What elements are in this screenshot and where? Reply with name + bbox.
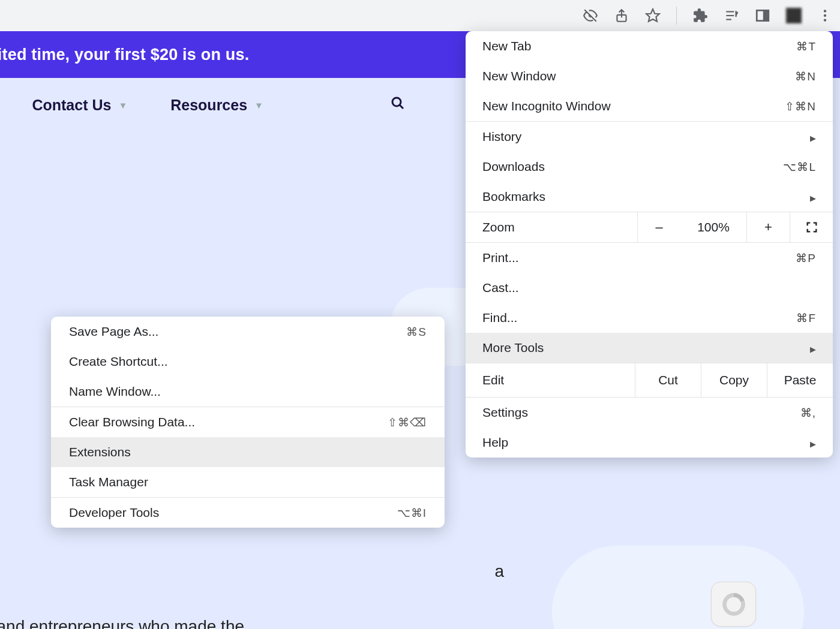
menu-downloads[interactable]: Downloads⌥⌘L <box>466 152 833 182</box>
shortcut: ⌥⌘I <box>397 506 427 520</box>
shortcut: ⌘F <box>796 311 816 325</box>
shortcut: ⌘S <box>406 325 427 339</box>
menu-history[interactable]: History <box>466 122 833 152</box>
zoom-out-button[interactable]: – <box>637 212 680 242</box>
edit-paste-button[interactable]: Paste <box>767 363 833 397</box>
progress-widget[interactable] <box>711 582 756 627</box>
zoom-value: 100% <box>680 220 746 234</box>
menu-new-tab[interactable]: New Tab⌘T <box>466 31 833 61</box>
submenu-clear-browsing-data[interactable]: Clear Browsing Data...⇧⌘⌫ <box>51 407 445 437</box>
menu-find[interactable]: Find...⌘F <box>466 303 833 333</box>
edit-cut-button[interactable]: Cut <box>635 363 701 397</box>
menu-settings[interactable]: Settings⌘, <box>466 398 833 428</box>
svg-point-8 <box>824 14 826 17</box>
menu-incognito[interactable]: New Incognito Window⇧⌘N <box>466 91 833 121</box>
menu-zoom: Zoom – 100% + <box>466 212 833 243</box>
nav-item-contact[interactable]: Contact Us▼ <box>32 97 127 114</box>
profile-avatar[interactable] <box>786 8 802 23</box>
chrome-overflow-menu: New Tab⌘T New Window⌘N New Incognito Win… <box>466 31 833 458</box>
shortcut: ⇧⌘⌫ <box>388 416 427 429</box>
menu-print[interactable]: Print...⌘P <box>466 243 833 273</box>
shortcut: ⌥⌘L <box>783 160 816 174</box>
chevron-down-icon: ▼ <box>118 100 127 110</box>
menu-help[interactable]: Help <box>466 428 833 458</box>
svg-line-11 <box>400 105 403 109</box>
shortcut: ⌘N <box>795 70 816 83</box>
extensions-icon[interactable] <box>692 8 708 23</box>
search-icon[interactable] <box>391 96 405 114</box>
submenu-arrow-icon <box>810 130 816 144</box>
chevron-down-icon: ▼ <box>254 100 263 110</box>
more-icon[interactable] <box>817 8 833 23</box>
side-panel-icon[interactable] <box>755 8 770 23</box>
share-icon[interactable] <box>614 8 629 23</box>
browser-toolbar <box>0 0 840 31</box>
submenu-extensions[interactable]: Extensions <box>51 437 445 467</box>
more-tools-submenu: Save Page As...⌘S Create Shortcut... Nam… <box>51 317 445 528</box>
submenu-developer-tools[interactable]: Developer Tools⌥⌘I <box>51 498 445 528</box>
promo-text: n App Hosting. For a limited time, your … <box>0 46 249 64</box>
shortcut: ⌘P <box>796 251 816 265</box>
menu-bookmarks[interactable]: Bookmarks <box>466 182 833 212</box>
zoom-in-button[interactable]: + <box>746 212 790 242</box>
hero-body: e, online a rastruc 55,000+ developers a… <box>0 558 504 629</box>
edit-copy-button[interactable]: Copy <box>701 363 767 397</box>
submenu-name-window[interactable]: Name Window... <box>51 377 445 407</box>
menu-cast[interactable]: Cast... <box>466 273 833 303</box>
toolbar-divider <box>676 7 677 25</box>
shortcut: ⌘, <box>800 406 816 420</box>
svg-point-9 <box>824 19 826 21</box>
nav-item-resources[interactable]: Resources▼ <box>170 97 263 114</box>
submenu-arrow-icon <box>810 189 816 204</box>
svg-point-7 <box>824 10 826 12</box>
decorative-cloud <box>552 546 804 629</box>
media-control-icon[interactable] <box>724 8 739 23</box>
svg-point-10 <box>392 98 401 106</box>
svg-marker-1 <box>646 9 659 22</box>
submenu-arrow-icon <box>810 435 816 450</box>
menu-more-tools[interactable]: More Tools <box>466 333 833 363</box>
submenu-save-page-as[interactable]: Save Page As...⌘S <box>51 317 445 347</box>
submenu-create-shortcut[interactable]: Create Shortcut... <box>51 347 445 377</box>
eye-off-icon[interactable] <box>583 8 598 23</box>
submenu-arrow-icon <box>810 341 816 355</box>
submenu-task-manager[interactable]: Task Manager <box>51 467 445 497</box>
shortcut: ⌘T <box>796 40 816 53</box>
menu-edit-row: Edit Cut Copy Paste <box>466 363 833 398</box>
menu-new-window[interactable]: New Window⌘N <box>466 61 833 91</box>
star-icon[interactable] <box>645 8 661 23</box>
svg-rect-6 <box>764 10 769 20</box>
fullscreen-button[interactable] <box>790 212 833 242</box>
shortcut: ⇧⌘N <box>785 100 816 113</box>
